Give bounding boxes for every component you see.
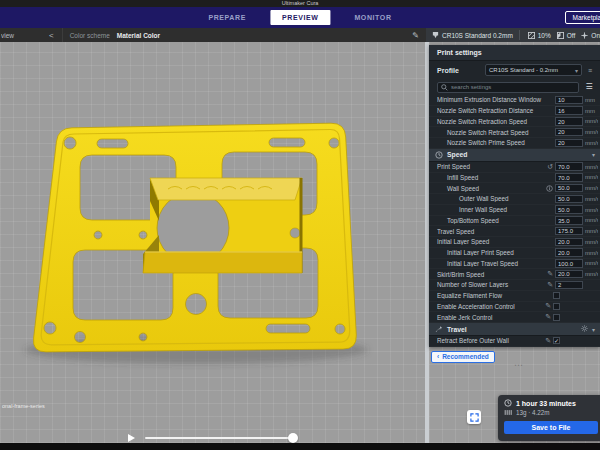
setting-checkbox[interactable]: ✓ bbox=[553, 337, 560, 344]
marketplace-button[interactable]: Marketplace bbox=[565, 11, 600, 24]
pencil-icon[interactable]: ✎ bbox=[542, 270, 553, 278]
setting-unit: mm/s bbox=[583, 164, 598, 170]
setting-value-input[interactable]: 35.0 bbox=[555, 216, 583, 225]
setting-row[interactable]: Nozzle Switch Retraction Distance16mm bbox=[429, 106, 600, 117]
expand-preview-icon[interactable] bbox=[467, 410, 481, 424]
setting-value-input[interactable]: 20.0 bbox=[555, 270, 583, 279]
setting-label: Nozzle Switch Retraction Distance bbox=[437, 107, 542, 114]
clock-icon bbox=[435, 151, 447, 159]
setting-label: Enable Jerk Control bbox=[437, 314, 540, 321]
setting-row[interactable]: Top/Bottom Speed35.0mm/s bbox=[429, 216, 600, 227]
setting-checkbox[interactable] bbox=[553, 303, 560, 310]
print-time-estimate: 1 hour 33 minutes bbox=[516, 400, 576, 407]
profile-row: Profile CR10S Standard - 0.2mm ▾ ≡ bbox=[429, 61, 600, 79]
setting-unit: mm/s bbox=[583, 250, 598, 256]
setting-value-input[interactable]: 20.0 bbox=[555, 248, 583, 257]
tab-prepare[interactable]: PREPARE bbox=[202, 11, 252, 24]
setting-value-input[interactable]: 70.0 bbox=[555, 162, 583, 171]
setting-row[interactable]: Wall Speed50.0mm/s bbox=[429, 183, 600, 194]
setting-row[interactable]: Travel Speed175.0mm/s bbox=[429, 226, 600, 237]
chevron-down-icon: ▾ bbox=[592, 326, 595, 333]
save-to-file-button[interactable]: Save to File bbox=[504, 421, 598, 434]
section-label: Speed bbox=[447, 151, 592, 158]
setting-row[interactable]: Minimum Extrusion Distance Window10mm bbox=[429, 95, 600, 106]
setting-label: Top/Bottom Speed bbox=[437, 217, 542, 224]
slider-handle[interactable] bbox=[288, 433, 298, 443]
pencil-icon[interactable]: ✎ bbox=[540, 337, 551, 345]
setting-value-input[interactable]: 2 bbox=[555, 281, 583, 290]
info-icon[interactable] bbox=[542, 184, 553, 192]
setting-unit: mm/s bbox=[583, 228, 598, 234]
setting-row[interactable]: Initial Layer Travel Speed100.0mm/s bbox=[429, 259, 600, 270]
setting-value-input[interactable]: 20.0 bbox=[555, 238, 583, 247]
setting-unit: mm/s bbox=[583, 140, 598, 146]
setting-checkbox[interactable] bbox=[553, 292, 560, 299]
setting-value-input[interactable]: 10 bbox=[555, 96, 583, 105]
setting-row[interactable]: Initial Layer Speed20.0mm/s bbox=[429, 237, 600, 248]
setting-checkbox[interactable] bbox=[553, 314, 560, 321]
quickbar-infill: 10% bbox=[538, 32, 551, 39]
setting-row[interactable]: Retract Before Outer Wall✎✓ bbox=[429, 336, 600, 347]
setting-label: Nozzle Switch Prime Speed bbox=[437, 139, 542, 146]
setting-value-input[interactable]: 175.0 bbox=[555, 227, 583, 236]
pencil-icon[interactable]: ✎ bbox=[540, 313, 551, 321]
setting-value-input[interactable]: 50.0 bbox=[555, 205, 583, 214]
pencil-icon[interactable]: ✎ bbox=[540, 302, 551, 310]
setting-value-input[interactable]: 20 bbox=[555, 128, 583, 137]
setting-row[interactable]: Nozzle Switch Prime Speed20mm/s bbox=[429, 138, 600, 149]
model-filename-label: onal-frame-series bbox=[2, 403, 45, 409]
support-icon bbox=[557, 32, 564, 39]
search-input[interactable] bbox=[451, 84, 575, 90]
setting-unit: mm/s bbox=[583, 239, 598, 245]
settings-list: Minimum Extrusion Distance Window10mmNoz… bbox=[429, 95, 600, 347]
setting-value-input[interactable]: 20 bbox=[555, 139, 583, 148]
setting-value-input[interactable]: 20 bbox=[555, 117, 583, 126]
setting-row[interactable]: Enable Acceleration Control✎ bbox=[429, 302, 600, 313]
pencil-icon[interactable]: ✎ bbox=[542, 281, 553, 289]
section-label: Travel bbox=[447, 326, 581, 333]
layer-slider[interactable] bbox=[145, 437, 297, 439]
revert-icon[interactable]: ↺ bbox=[542, 163, 553, 171]
setting-value-input[interactable]: 50.0 bbox=[555, 184, 583, 193]
setting-row[interactable]: Inner Wall Speed50.0mm/s bbox=[429, 205, 600, 216]
tab-preview[interactable]: PREVIEW bbox=[270, 10, 330, 25]
print-settings-quickbar[interactable]: CR10S Standard 0.2mm 10% Off On bbox=[426, 28, 600, 42]
setting-row[interactable]: Equalize Filament Flow bbox=[429, 291, 600, 302]
setting-label: Minimum Extrusion Distance Window bbox=[437, 96, 542, 103]
setting-row[interactable]: Nozzle Switch Retract Speed20mm/s bbox=[429, 127, 600, 138]
gear-icon[interactable] bbox=[581, 325, 588, 333]
setting-value-input[interactable]: 50.0 bbox=[555, 195, 583, 204]
filter-icon[interactable]: ☰ bbox=[583, 83, 595, 91]
profile-dropdown[interactable]: CR10S Standard - 0.2mm ▾ bbox=[485, 64, 582, 76]
setting-unit: mm bbox=[583, 97, 598, 103]
infill-icon bbox=[528, 32, 535, 39]
setting-row[interactable]: Print Speed↺70.0mm/s bbox=[429, 162, 600, 173]
setting-row[interactable]: Outer Wall Speed50.0mm/s bbox=[429, 194, 600, 205]
collapse-chevron-icon[interactable]: < bbox=[49, 31, 54, 40]
edit-pencil-icon[interactable]: ✎ bbox=[412, 31, 419, 40]
back-chevron-icon: ‹ bbox=[437, 352, 439, 362]
setting-row[interactable]: Infill Speed70.0mm/s bbox=[429, 173, 600, 184]
setting-row[interactable]: Skirt/Brim Speed✎20.0mm/s bbox=[429, 269, 600, 280]
view-type-label[interactable]: view bbox=[1, 32, 21, 39]
setting-row[interactable]: Initial Layer Print Speed20.0mm/s bbox=[429, 248, 600, 259]
stage-tabs: PREPARE PREVIEW MONITOR bbox=[202, 7, 397, 28]
settings-section-travel[interactable]: Travel▾ bbox=[429, 323, 600, 336]
setting-value-input[interactable]: 16 bbox=[555, 106, 583, 115]
settings-section-speed[interactable]: Speed▾ bbox=[429, 149, 600, 162]
search-icon bbox=[441, 84, 448, 91]
setting-row[interactable]: Number of Slower Layers✎2 bbox=[429, 280, 600, 291]
setting-value-input[interactable]: 100.0 bbox=[555, 259, 583, 268]
setting-row[interactable]: Nozzle Switch Retraction Speed20mm/s bbox=[429, 117, 600, 128]
setting-row[interactable]: Enable Jerk Control✎ bbox=[429, 312, 600, 323]
search-box[interactable] bbox=[437, 82, 579, 93]
profile-menu-icon[interactable]: ≡ bbox=[585, 67, 595, 74]
filament-icon bbox=[504, 409, 512, 416]
print-settings-panel: Print settings Profile CR10S Standard - … bbox=[429, 45, 600, 347]
setting-value-input[interactable]: 70.0 bbox=[555, 173, 583, 182]
play-button[interactable] bbox=[128, 434, 135, 442]
color-scheme-dropdown[interactable]: Material Color bbox=[117, 32, 160, 39]
recommended-mode-button[interactable]: ‹ Recommended bbox=[431, 351, 495, 363]
panel-resize-handle[interactable]: ⋯ bbox=[514, 360, 524, 370]
tab-monitor[interactable]: MONITOR bbox=[348, 11, 397, 24]
